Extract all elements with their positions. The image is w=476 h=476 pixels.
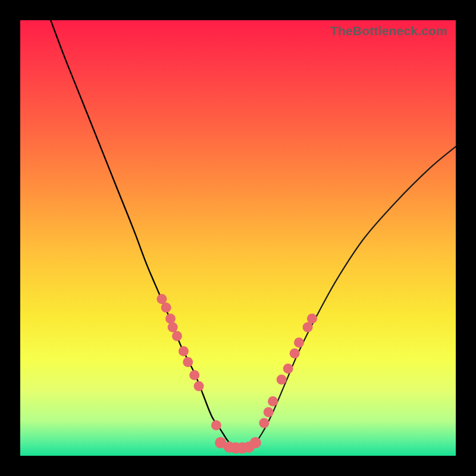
- data-dot: [259, 418, 269, 428]
- chart-frame: TheBottleneck.com: [0, 0, 476, 476]
- data-dot: [264, 407, 274, 417]
- data-dot: [194, 381, 204, 391]
- dots-bottom: [215, 437, 261, 454]
- plot-area: TheBottleneck.com: [20, 20, 456, 456]
- data-dot: [172, 331, 182, 341]
- data-dot: [277, 374, 287, 384]
- chart-svg: [20, 20, 456, 456]
- curve-path-left: [51, 20, 246, 447]
- data-dot: [307, 314, 317, 324]
- data-dot: [168, 322, 178, 333]
- curve-path-right: [229, 146, 456, 447]
- data-dot: [294, 337, 304, 347]
- data-dot: [250, 437, 261, 449]
- data-dot: [161, 303, 171, 313]
- dots-left: [156, 294, 221, 430]
- data-dot: [290, 349, 300, 359]
- data-dot: [183, 357, 193, 367]
- data-dot: [283, 364, 293, 374]
- data-dot: [165, 314, 176, 324]
- data-dot: [268, 396, 278, 406]
- dots-right: [259, 314, 317, 428]
- data-dot: [303, 322, 313, 333]
- data-dot: [211, 420, 221, 430]
- data-dot: [178, 346, 189, 356]
- data-dot: [189, 370, 199, 380]
- data-dot: [156, 294, 167, 304]
